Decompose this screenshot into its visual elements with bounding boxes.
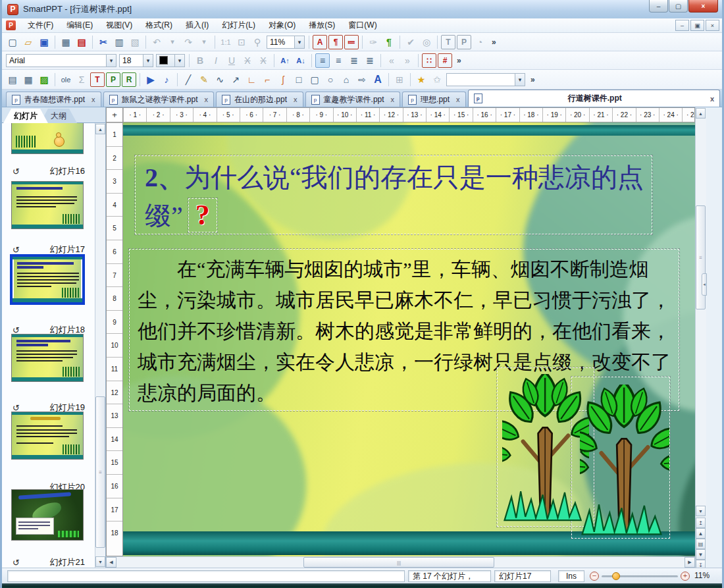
first-slide-button[interactable]: ↥ [696,518,706,528]
tab-slides[interactable]: 幻灯片 [3,109,48,123]
scroll-down-icon[interactable]: ▼ [696,506,706,516]
table-icon[interactable]: ▦ [21,72,36,87]
doc-tab[interactable]: p 在山的那边.ppt x [216,92,303,107]
tab-close-icon[interactable]: x [205,95,209,103]
align-right-icon[interactable]: ≡ [331,53,346,68]
curve-icon[interactable]: ∿ [213,72,227,87]
one-to-one-icon[interactable]: 1:1 [219,35,233,49]
chevron-down-icon[interactable]: ▾ [174,55,184,67]
pilcrow-icon[interactable]: ¶ [382,35,396,49]
animation-icon[interactable]: ↺ [13,245,20,255]
scrollbar-thumb[interactable]: ||| [303,557,494,568]
menu-view[interactable]: 视图(V) [99,18,139,33]
align-center-icon[interactable]: ≣ [347,53,361,68]
bullets-icon[interactable]: ∷ [422,53,436,68]
grow-font-icon[interactable]: A↑ [278,53,292,68]
title-textbox[interactable]: 2、为什么说“我们的存在只是一种悲凉的点缀”? [135,155,652,234]
open-folder-icon[interactable]: ▱ [21,35,36,49]
zoom-slider-thumb[interactable] [612,572,620,580]
tab-close-icon[interactable]: x [294,95,297,103]
line-icon[interactable]: ╱ [181,72,195,87]
tab-close-icon[interactable]: x [710,95,714,103]
redo-icon[interactable]: ↷ [181,35,195,49]
prev-slide-button[interactable]: ▲ [696,528,706,539]
zoom-in-icon[interactable]: + [681,572,690,581]
chevron-down-icon[interactable]: ▾ [106,55,116,67]
toolbar-overflow-icon[interactable]: » [453,56,465,65]
menu-object[interactable]: 对象(O) [262,18,302,33]
connector-elbow-icon[interactable]: ⌐ [260,72,274,87]
rect-icon[interactable]: □ [292,72,306,87]
tree-clipart[interactable] [580,385,669,536]
zoom-out-icon[interactable]: − [590,572,599,581]
undo-dropdown-icon[interactable]: ▾ [165,35,180,49]
align-left-icon[interactable]: ≡ [315,53,330,68]
menu-play[interactable]: 播放(S) [302,18,342,33]
zoom-slider[interactable]: − + [590,570,690,582]
list-settings-icon[interactable]: ≔ [344,35,359,49]
ole-object-icon[interactable]: ole [59,72,73,87]
font-size-combobox[interactable]: 18 ▾ [119,54,153,67]
font-color-picker[interactable]: ▾ [156,54,185,67]
italic-icon[interactable]: I [209,53,223,68]
tab-close-icon[interactable]: x [456,95,460,103]
ellipse-icon[interactable]: ○ [323,72,338,87]
zoom-region-icon[interactable]: ⊡ [234,35,249,49]
animation-icon[interactable]: ↺ [13,558,20,568]
font-color-icon[interactable]: A [313,35,327,49]
thumbnail-scrollbar[interactable]: ▲ ≡ ▼ [95,123,105,568]
textbox-r-icon[interactable]: R [122,72,136,87]
video-icon[interactable]: ▶ [143,72,158,87]
stamp-icon[interactable]: ◔ [473,35,487,49]
outdent-icon[interactable]: « [384,53,399,68]
spellcheck-icon[interactable]: ✔ [403,35,418,49]
new-document-icon[interactable]: ▢ [5,35,20,49]
menu-window[interactable]: 窗口(W) [342,18,383,33]
bold-icon[interactable]: B [193,53,207,68]
paste-icon[interactable]: ▧ [128,35,142,49]
cut-icon[interactable]: ✂ [96,35,111,49]
toolbar-overflow-icon[interactable]: » [527,75,539,84]
menu-file[interactable]: 文件(F) [21,18,60,33]
menu-slide[interactable]: 幻灯片(L) [215,18,262,33]
pdf-export-icon[interactable]: ▤ [74,35,89,49]
star-icon[interactable]: ★ [414,72,428,87]
group-icon[interactable]: ⊞ [392,72,407,87]
tab-close-icon[interactable]: x [391,95,395,103]
wordart-icon[interactable]: A [371,72,385,87]
mdi-minimize-button[interactable]: – [675,20,689,31]
tab-close-icon[interactable]: x [91,95,95,103]
scroll-down-icon[interactable]: ▼ [95,556,105,567]
align-justify-icon[interactable]: ≣ [363,53,377,68]
underline-icon[interactable]: U [224,53,239,68]
zoom-track[interactable] [602,575,678,577]
textbox-t-icon[interactable]: T [90,72,105,87]
menu-format[interactable]: 格式(R) [139,18,179,33]
zoom-icon[interactable]: ⚲ [250,35,265,49]
slide-thumbnail-19[interactable] [11,412,84,460]
slide-canvas[interactable]: 2、为什么说“我们的存在只是一种悲凉的点缀”? 在“充满车辆与烟囱的城市”里，车… [123,122,695,556]
rounded-rect-icon[interactable]: ▢ [307,72,322,87]
font-name-combobox[interactable]: Arial ▾ [6,54,116,67]
redo-dropdown-icon[interactable]: ▾ [197,35,211,49]
slide-thumbnail-18[interactable] [11,334,84,382]
strikethrough-icon[interactable]: X [240,53,255,68]
text-tool-icon[interactable]: T [441,35,455,49]
question-mark[interactable]: ? [188,198,217,232]
block-arrow-icon[interactable]: ⇨ [355,72,369,87]
shape-edit-icon[interactable]: ✩ [430,72,444,87]
mdi-restore-button[interactable]: ▣ [690,20,704,31]
slide-thumbnail-17-selected[interactable] [11,255,84,304]
insert-mode-field[interactable]: Ins [558,570,584,582]
connector-curve-icon[interactable]: ʃ [276,72,290,87]
slide-thumbnail-16[interactable] [11,181,84,229]
slides-menu-button[interactable]: ▤ [696,539,706,549]
doc-tab-active[interactable]: p 行道树课件.ppt x [468,90,720,107]
indent-icon[interactable]: » [400,53,415,68]
arrow-icon[interactable]: ↗ [228,72,243,87]
menu-insert[interactable]: 插入(I) [179,18,215,33]
toolbar-overflow-icon[interactable]: » [488,38,500,47]
undo-icon[interactable]: ↶ [149,35,164,49]
image-icon[interactable]: ▨ [37,72,51,87]
polygon-icon[interactable]: ⌂ [339,72,353,87]
